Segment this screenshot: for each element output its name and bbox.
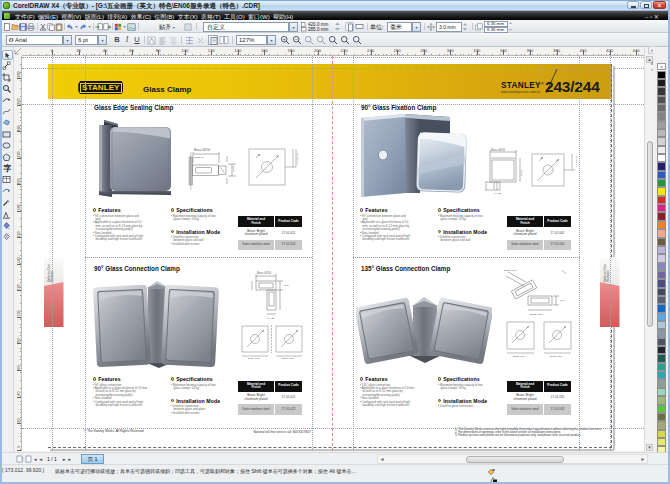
svg-text:Brass 40/50: Brass 40/50 — [491, 148, 505, 152]
svg-text:Brass 40/50: Brass 40/50 — [504, 269, 517, 272]
svg-text:–: – — [295, 36, 298, 42]
svg-text:8mm±0.25: 8mm±0.25 — [296, 152, 299, 164]
svg-text:8mm±0.25: 8mm±0.25 — [575, 155, 578, 167]
svg-text:Brass 40/50: Brass 40/50 — [530, 313, 543, 316]
svg-text:19.5: 19.5 — [560, 299, 565, 302]
svg-text:8±0.25: 8±0.25 — [494, 192, 502, 195]
svg-text:+: + — [283, 36, 286, 42]
svg-text:Brass 40/50: Brass 40/50 — [194, 148, 210, 152]
svg-text:8±0.25: 8±0.25 — [267, 317, 275, 320]
svg-text:Glass 10: Glass 10 — [194, 156, 204, 159]
svg-text:38/42: 38/42 — [520, 169, 523, 176]
svg-text:Brass 40/50: Brass 40/50 — [257, 271, 271, 275]
svg-text:19.5: 19.5 — [284, 284, 289, 287]
svg-text:Brass 40/50: Brass 40/50 — [282, 357, 294, 359]
svg-text:38/42: 38/42 — [232, 165, 235, 172]
svg-text:Brass 40/50: Brass 40/50 — [513, 355, 525, 357]
svg-text:Brass 40/50: Brass 40/50 — [248, 357, 260, 359]
svg-text:Brass 40/50: Brass 40/50 — [550, 355, 562, 357]
